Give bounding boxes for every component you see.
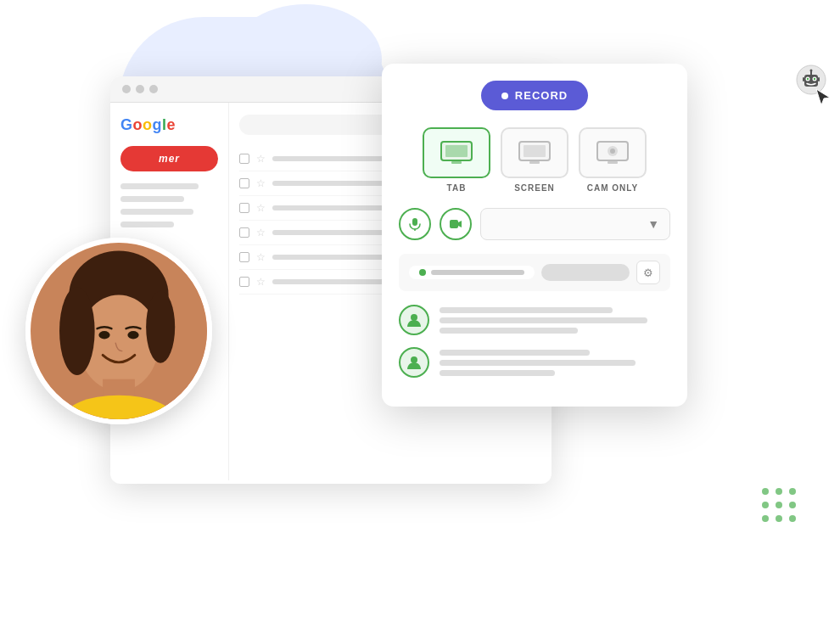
svg-rect-24 [818,77,820,81]
microphone-icon [408,217,422,231]
participant-row-1 [399,305,670,335]
camera-toggle-button[interactable] [440,208,472,240]
email-checkbox-5[interactable] [239,252,249,262]
screen-monitor-icon [518,140,552,166]
inactive-tab-1 [541,264,630,281]
mode-tab-label-tab: TAB [447,183,467,193]
participant-row-2 [399,347,670,378]
green-dot-1 [762,488,769,495]
active-tab-dot [419,269,426,276]
svg-point-19 [807,78,809,80]
mode-tab-icon-screen [501,127,568,178]
sidebar-nav-lines [120,183,218,227]
mode-tab-label-cam-only: CAM ONLY [587,183,638,193]
settings-button[interactable]: ⚙ [636,261,660,284]
email-star-5: ☆ [256,251,266,263]
record-indicator [501,93,508,99]
recording-mode-tabs: TAB SCREEN [399,127,670,193]
browser-dot-green [149,85,158,93]
record-button[interactable]: RECORD [481,81,588,110]
logo-g2: g [153,116,162,134]
logo-e: e [167,116,176,134]
sidebar-line-2 [120,196,184,202]
person-face [31,243,207,419]
chevron-down-icon: ▼ [647,217,659,231]
person-face-svg [31,243,207,419]
email-checkbox-6[interactable] [239,277,249,287]
svg-rect-4 [524,145,546,157]
svg-rect-9 [608,161,618,164]
tab-monitor-icon [440,140,473,166]
green-dot-7 [762,515,769,522]
logo-l: l [162,116,166,134]
active-tab-line [431,270,524,275]
google-logo: Google [120,116,218,134]
svg-rect-1 [445,145,468,157]
svg-point-30 [98,331,109,339]
green-dot-6 [789,502,796,508]
svg-point-13 [411,314,417,321]
mode-tab-tab[interactable]: TAB [423,127,490,193]
svg-rect-5 [529,161,540,164]
green-dot-3 [789,488,796,495]
svg-point-31 [127,331,138,339]
green-dot-2 [776,488,782,495]
person-icon-1 [406,312,422,328]
svg-point-22 [810,70,813,72]
email-star-1: ☆ [256,153,266,165]
scene: Google mer ☆ [0,0,840,634]
tabs-area: ⚙ [399,254,670,291]
mode-tab-screen[interactable]: SCREEN [501,127,568,193]
svg-rect-23 [803,77,804,81]
record-button-label: RECORD [515,89,568,102]
mode-tab-label-screen: SCREEN [514,183,555,193]
green-dot-5 [776,502,782,508]
email-star-4: ☆ [256,227,266,238]
svg-point-29 [146,291,175,363]
email-checkbox-4[interactable] [239,227,249,238]
participant-lines-1 [440,307,670,334]
green-dot-9 [789,515,796,522]
participant-name-1 [440,307,613,313]
logo-g: G [120,116,132,134]
email-star-6: ☆ [256,276,266,288]
email-checkbox-2[interactable] [239,178,249,188]
mode-tab-cam-only[interactable]: CAM ONLY [579,127,647,193]
participant-avatar-1 [399,305,429,335]
svg-rect-2 [451,161,462,164]
av-controls: ▼ [399,208,670,240]
extension-popup: RECORD TAB [382,64,687,407]
participant-avatar-2 [399,347,429,378]
browser-dot-yellow [136,85,144,93]
email-checkbox-1[interactable] [239,154,249,164]
browser-dot-red [122,85,131,93]
compose-button[interactable]: mer [120,146,218,171]
mode-tab-icon-tab [423,127,490,178]
participant-info-1b [440,328,578,334]
active-tab[interactable] [409,266,535,279]
sidebar-line-4 [120,222,174,227]
svg-point-20 [814,78,815,80]
green-dot-8 [776,515,782,522]
email-checkbox-3[interactable] [239,203,249,213]
email-star-3: ☆ [256,202,266,214]
green-dot-4 [762,502,769,508]
sidebar-line-1 [120,183,199,189]
cam-only-icon [596,140,630,166]
email-star-2: ☆ [256,177,266,189]
sidebar-line-3 [120,209,193,215]
microphone-button[interactable] [399,208,431,240]
participant-name-2 [440,350,590,356]
participant-info-2b [440,370,555,376]
logo-o1: o [133,116,143,134]
mode-tab-icon-cam-only [579,127,647,178]
person-photo [25,238,212,424]
camera-dropdown[interactable]: ▼ [480,208,670,240]
logo-o2: o [143,116,152,134]
gear-icon: ⚙ [643,267,653,279]
person-icon-2 [406,355,422,370]
participant-info-2a [440,360,636,366]
mouse-cursor [815,87,832,112]
green-dots-decoration [762,488,798,524]
svg-point-8 [610,149,615,154]
